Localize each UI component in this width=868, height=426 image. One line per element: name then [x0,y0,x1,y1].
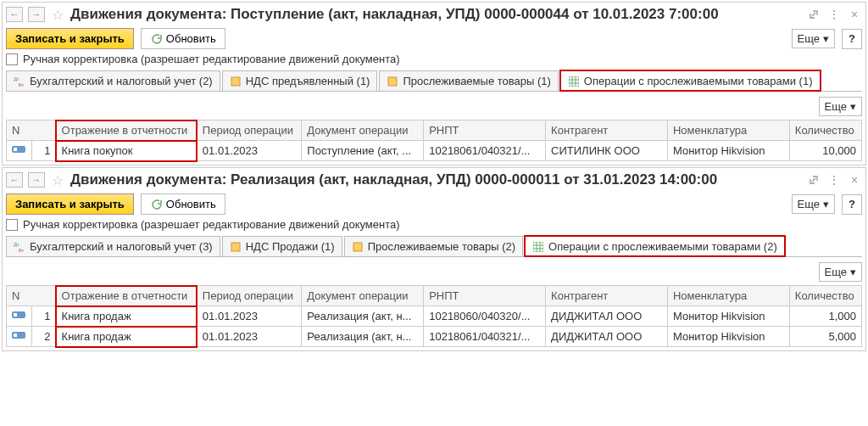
svg-rect-13 [231,243,240,251]
tab-vat-icon [230,241,242,253]
svg-text:Дт: Дт [14,242,19,247]
row-type-icon [7,327,32,347]
toolbar: Записать и закрыть Обновить Еще ▾ ? [6,28,862,49]
table-row[interactable]: 1 Книга покупок 01.01.2023 Поступление (… [7,141,862,161]
manual-edit-row: Ручная корректировка (разрешает редактир… [6,53,862,65]
tab-vat-icon [230,76,242,87]
more-vertical-icon[interactable]: ⋮ [826,172,842,188]
svg-rect-23 [14,334,17,337]
more-button[interactable]: Еще ▾ [792,29,835,48]
nav-back-button[interactable]: ← [6,7,23,22]
svg-text:Дт: Дт [14,76,19,81]
document-pane-1: ← → ☆ Движения документа: Поступление (а… [2,2,866,165]
col-nom[interactable]: Номенклатура [667,121,789,141]
chevron-down-icon: ▾ [823,198,829,210]
svg-text:Кт: Кт [19,248,24,253]
row-type-icon [7,141,32,161]
col-n[interactable]: N [7,121,57,141]
tabs: ДтКт Бухгалтерский и налоговый учет (2) … [6,70,862,92]
tab-grid-icon [532,241,544,253]
svg-rect-15 [533,242,543,252]
col-report[interactable]: Отражение в отчетности [56,286,197,306]
svg-rect-14 [353,243,362,251]
chevron-down-icon: ▾ [823,32,829,45]
svg-rect-21 [14,313,17,317]
tab-traceable[interactable]: Прослеживаемые товары (2) [344,236,523,256]
title-bar: ← → ☆ Движения документа: Поступление (а… [6,4,862,25]
tab-dk-icon: ДтКт [14,241,25,253]
col-qty[interactable]: Количество [789,286,861,306]
col-ctr[interactable]: Контрагент [546,286,668,306]
close-icon[interactable]: × [847,7,862,22]
col-period[interactable]: Период операции [197,286,301,306]
favorite-star-icon[interactable]: ☆ [50,172,65,188]
col-report[interactable]: Отражение в отчетности [56,121,197,141]
chevron-down-icon: ▾ [850,100,856,113]
col-rnpt[interactable]: РНПТ [424,286,546,306]
svg-rect-4 [569,76,579,87]
table-header-row: N Отражение в отчетности Период операции… [7,121,862,141]
title-bar: ← → ☆ Движения документа: Реализация (ак… [6,170,862,190]
tab-traceable[interactable]: Прослеживаемые товары (1) [379,70,558,91]
favorite-star-icon[interactable]: ☆ [50,7,65,22]
tab-traceable-ops[interactable]: Операции с прослеживаемыми товарами (2) [525,236,785,256]
data-table: N Отражение в отчетности Период операции… [6,120,862,161]
manual-edit-checkbox[interactable] [6,219,18,231]
more-button[interactable]: Еще▾ [792,194,835,214]
table-row[interactable]: 1 Книга продаж 01.01.2023 Реализация (ак… [7,306,862,327]
table-more-button[interactable]: Еще▾ [819,262,862,282]
save-close-button[interactable]: Записать и закрыть [6,193,134,215]
nav-back-button[interactable]: ← [6,172,23,188]
col-period[interactable]: Период операции [197,121,301,141]
refresh-icon [150,33,162,45]
close-icon[interactable]: × [847,172,862,188]
data-table: N Отражение в отчетности Период операции… [6,285,862,347]
refresh-label: Обновить [166,32,216,45]
nav-forward-button[interactable]: → [28,172,45,188]
col-doc[interactable]: Документ операции [302,121,424,141]
svg-rect-3 [388,77,397,86]
refresh-icon [150,199,162,210]
tabs: ДтКт Бухгалтерский и налоговый учет (3) … [6,236,862,257]
tab-traceable-icon [387,76,398,87]
help-button[interactable]: ? [842,29,862,49]
tab-accounting[interactable]: ДтКт Бухгалтерский и налоговый учет (3) [6,236,220,256]
more-vertical-icon[interactable]: ⋮ [826,7,842,22]
window-title: Движения документа: Реализация (акт, нак… [70,171,801,188]
tab-accounting[interactable]: ДтКт Бухгалтерский и налоговый учет (2) [6,70,220,91]
manual-edit-checkbox[interactable] [6,53,18,65]
nav-forward-button[interactable]: → [28,7,45,22]
chevron-down-icon: ▾ [850,266,856,278]
tab-traceable-icon [352,241,364,253]
document-pane-2: БухЭксперт База ответов по учёту в 1С ← … [2,167,866,351]
col-ctr[interactable]: Контрагент [546,121,668,141]
tab-dk-icon: ДтКт [14,76,25,87]
manual-edit-row: Ручная корректировка (разрешает редактир… [6,218,862,231]
table-toolbar: Еще ▾ [6,97,862,116]
manual-edit-label: Ручная корректировка (разрешает редактир… [23,218,400,231]
refresh-button[interactable]: Обновить [141,28,225,49]
refresh-label: Обновить [166,198,216,210]
toolbar: Записать и закрыть Обновить Еще▾ ? [6,193,862,215]
link-icon[interactable] [806,172,821,188]
window-title: Движения документа: Поступление (акт, на… [70,6,801,23]
manual-edit-label: Ручная корректировка (разрешает редактир… [23,53,400,65]
table-toolbar: Еще▾ [6,262,862,282]
tab-traceable-ops[interactable]: Операции с прослеживаемыми товарами (1) [560,70,821,91]
tab-vat[interactable]: НДС предъявленный (1) [222,70,378,91]
svg-text:Кт: Кт [19,82,24,87]
help-button[interactable]: ? [842,194,862,215]
refresh-button[interactable]: Обновить [141,193,225,215]
col-nom[interactable]: Номенклатура [667,286,789,306]
table-more-button[interactable]: Еще ▾ [819,97,862,116]
save-close-button[interactable]: Записать и закрыть [6,28,134,49]
table-header-row: N Отражение в отчетности Период операции… [7,286,862,306]
col-rnpt[interactable]: РНПТ [424,121,546,141]
col-qty[interactable]: Количество [789,121,861,141]
col-doc[interactable]: Документ операции [302,286,424,306]
table-row[interactable]: 2 Книга продаж 01.01.2023 Реализация (ак… [7,327,862,347]
tab-vat-sales[interactable]: НДС Продажи (1) [222,236,342,256]
row-type-icon [7,306,32,327]
col-n[interactable]: N [7,286,57,306]
link-icon[interactable] [806,7,821,22]
